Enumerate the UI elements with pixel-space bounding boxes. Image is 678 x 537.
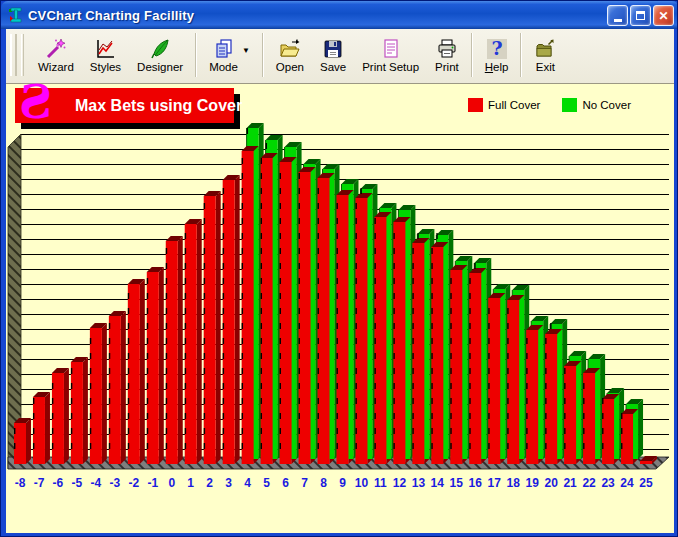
- toolbar-button-print-setup[interactable]: Print Setup: [354, 34, 427, 76]
- help-icon: ?: [486, 38, 508, 60]
- chart-title: Max Bets using Cover: [75, 97, 242, 115]
- toolbar-separator: [195, 33, 197, 77]
- print-icon: [436, 38, 458, 60]
- open-icon: [279, 38, 301, 60]
- maximize-button[interactable]: [630, 5, 651, 26]
- toolbar-button-mode[interactable]: Mode▼: [201, 34, 258, 76]
- toolbar-button-designer[interactable]: Designer: [129, 34, 191, 76]
- toolbar-label-designer: Designer: [137, 61, 183, 73]
- toolbar-button-wizard[interactable]: Wizard: [30, 34, 82, 76]
- exit-icon: [534, 38, 556, 60]
- mode-dropdown-arrow[interactable]: ▼: [242, 46, 250, 55]
- toolbar-separator: [520, 33, 522, 77]
- toolbar-label-wizard: Wizard: [38, 61, 74, 73]
- toolbar: WizardStylesDesignerMode▼OpenSavePrint S…: [6, 29, 674, 84]
- print-setup-icon: [380, 38, 402, 60]
- legend-label: Full Cover: [488, 99, 540, 111]
- app-window: CVChart Charting Facillity ✕ WizardStyle…: [0, 0, 678, 537]
- minimize-button[interactable]: [607, 5, 628, 26]
- toolbar-separator: [262, 33, 264, 77]
- save-icon: [322, 38, 344, 60]
- legend-label: No Cover: [582, 99, 631, 111]
- svg-text:?: ?: [491, 38, 502, 59]
- toolbar-label-mode: Mode: [209, 61, 238, 73]
- chart-title-banner: S Max Bets using Cover: [15, 88, 234, 123]
- title-bar[interactable]: CVChart Charting Facillity ✕: [1, 1, 678, 29]
- window-title: CVChart Charting Facillity: [28, 8, 194, 23]
- mode-icon: [213, 38, 235, 60]
- toolbar-label-save: Save: [320, 61, 346, 73]
- chart-legend: Full CoverNo Cover: [468, 98, 631, 112]
- legend-item-no-cover: No Cover: [562, 98, 631, 112]
- toolbar-label-help: Help: [485, 61, 509, 73]
- wizard-icon: [45, 38, 67, 60]
- styles-icon: [94, 38, 116, 60]
- designer-icon: [149, 38, 171, 60]
- toolbar-label-print-setup: Print Setup: [362, 61, 419, 73]
- legend-item-full-cover: Full Cover: [468, 98, 540, 112]
- toolbar-separator: [471, 33, 473, 77]
- toolbar-button-exit[interactable]: Exit: [526, 34, 564, 76]
- toolbar-button-styles[interactable]: Styles: [82, 34, 129, 76]
- toolbar-label-exit: Exit: [536, 61, 555, 73]
- app-icon: [8, 7, 24, 23]
- toolbar-button-print[interactable]: Print: [427, 34, 467, 76]
- toolbar-label-open: Open: [276, 61, 304, 73]
- toolbar-button-help[interactable]: ?Help: [477, 34, 517, 76]
- legend-swatch: [468, 98, 483, 112]
- toolbar-label-print: Print: [435, 61, 459, 73]
- toolbar-button-open[interactable]: Open: [268, 34, 312, 76]
- legend-swatch: [562, 98, 577, 112]
- toolbar-button-save[interactable]: Save: [312, 34, 354, 76]
- toolbar-label-styles: Styles: [90, 61, 121, 73]
- toolbar-gripper-2: [21, 34, 24, 76]
- close-button[interactable]: ✕: [653, 5, 674, 26]
- toolbar-gripper[interactable]: [10, 34, 17, 76]
- banner-glyph: S: [19, 79, 52, 125]
